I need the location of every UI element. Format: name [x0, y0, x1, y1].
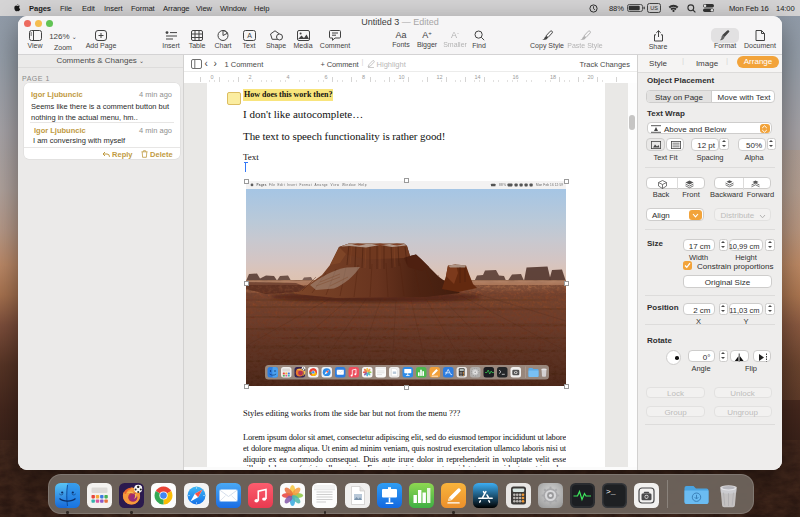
svg-text:A: A — [247, 32, 252, 39]
svg-text:US: US — [650, 5, 658, 11]
svg-text:File: File — [269, 183, 275, 187]
svg-text:Arrange: Arrange — [315, 183, 328, 187]
svg-text:Pages: Pages — [257, 183, 267, 187]
svg-text:8: 8 — [362, 74, 365, 80]
svg-text:20: 20 — [587, 74, 593, 80]
svg-text:4: 4 — [286, 74, 289, 80]
svg-text:18: 18 — [550, 74, 556, 80]
svg-text:Help: Help — [359, 183, 367, 187]
svg-text:Insert: Insert — [287, 183, 297, 187]
svg-text:View: View — [331, 183, 340, 187]
svg-text:Edit: Edit — [278, 183, 285, 187]
svg-text:6: 6 — [324, 74, 327, 80]
svg-text:16: 16 — [512, 74, 518, 80]
svg-text:12: 12 — [436, 74, 442, 80]
svg-text:2: 2 — [248, 74, 251, 80]
svg-text:10: 10 — [398, 74, 404, 80]
svg-text:Mon Feb 16 12:59: Mon Feb 16 12:59 — [536, 183, 563, 187]
svg-text:0: 0 — [210, 74, 213, 80]
svg-text:14: 14 — [474, 74, 480, 80]
svg-text:88%: 88% — [499, 183, 506, 187]
svg-text:>_: >_ — [606, 487, 616, 496]
svg-text:Format: Format — [300, 183, 312, 187]
svg-text:Window: Window — [342, 183, 356, 187]
